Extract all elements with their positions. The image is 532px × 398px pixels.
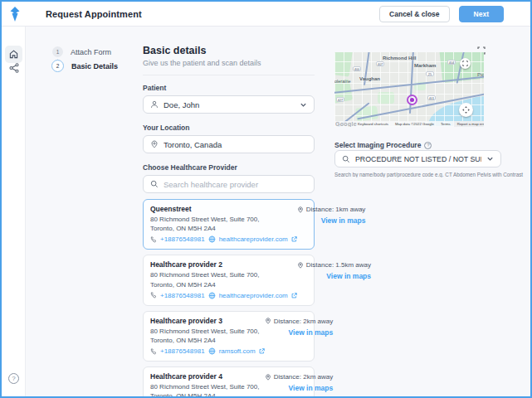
procedure-label: Select Imaging Procedure bbox=[334, 141, 421, 149]
share-icon[interactable] bbox=[9, 61, 19, 71]
map-road-shield: 400 bbox=[353, 66, 361, 71]
request-appointment-window: Request Appointment Cancel & close Next … bbox=[0, 0, 532, 398]
map-fullscreen-button[interactable] bbox=[460, 58, 471, 69]
map[interactable]: Richmond Hill Markham Vaughan Coleraine … bbox=[334, 52, 484, 127]
provider-name: Healthcare provider 2 bbox=[150, 260, 297, 269]
provider-info: Healthcare provider 2 80 Richmond Street… bbox=[150, 260, 297, 298]
section-subheading: Give us the patient and scan details bbox=[143, 59, 315, 67]
provider-search[interactable] bbox=[143, 175, 315, 193]
provider-phone-link[interactable]: +18876548981 bbox=[160, 347, 205, 355]
chevron-down-icon bbox=[300, 101, 307, 109]
map-road-shield: 407 bbox=[376, 61, 384, 66]
step-basic-details[interactable]: 2 Basic Details bbox=[52, 60, 118, 72]
globe-icon bbox=[208, 235, 216, 243]
provider-phone-link[interactable]: +18876548981 bbox=[160, 292, 205, 299]
provider-address-line1: 80 Richmond Street West, Suite 700, bbox=[150, 382, 265, 391]
view-in-maps-link[interactable]: View in maps bbox=[289, 384, 334, 392]
provider-phone-link[interactable]: +18876548981 bbox=[160, 235, 205, 243]
help-icon[interactable]: ? bbox=[8, 373, 19, 384]
location-input[interactable] bbox=[143, 135, 315, 153]
external-link-icon bbox=[259, 348, 265, 354]
section-heading: Basic details bbox=[143, 45, 315, 56]
step-1-dot: 1 bbox=[52, 46, 63, 57]
distance-pin-icon bbox=[265, 318, 271, 324]
patient-value[interactable] bbox=[164, 100, 295, 109]
map-label-pickering: Pic bbox=[477, 72, 484, 77]
expand-icon[interactable] bbox=[477, 43, 486, 51]
distance-pin-icon bbox=[265, 374, 271, 381]
provider-address-line2: Toronto, ON M5H 2A4 bbox=[150, 391, 265, 396]
phone-icon bbox=[150, 348, 157, 355]
map-label-markham: Markham bbox=[414, 63, 436, 68]
location-label: Your Location bbox=[143, 124, 315, 132]
provider-address-line2: Toronto, ON M5H 2A4 bbox=[150, 224, 297, 233]
provider-address-line1: 80 Richmond Street West, Suite 700, bbox=[150, 327, 265, 336]
map-terms-link[interactable]: Terms bbox=[437, 122, 454, 126]
provider-address-line1: 80 Richmond Street West, Suite 700, bbox=[150, 270, 297, 279]
map-report-error-link[interactable]: Report a map error bbox=[454, 121, 484, 127]
provider-website-link[interactable]: ramsoft.com bbox=[219, 347, 256, 355]
step-2-dot: 2 bbox=[51, 60, 64, 72]
provider-info: Healthcare provider 3 80 Richmond Street… bbox=[150, 317, 265, 355]
chevron-down-icon bbox=[486, 155, 494, 163]
map-data-label: Map data ©2022 Google bbox=[392, 122, 437, 126]
external-link-icon bbox=[291, 236, 297, 242]
map-label-vaughan: Vaughan bbox=[359, 76, 380, 81]
provider-info: Healthcare provider 4 80 Richmond Street… bbox=[150, 372, 265, 396]
procedure-helper-text: Search by name/body part/procedure code … bbox=[334, 172, 530, 177]
provider-website-link[interactable]: healthcareprovider.com bbox=[219, 235, 288, 243]
phone-icon bbox=[150, 236, 157, 243]
map-label-coleraine: Coleraine bbox=[334, 79, 351, 84]
cancel-close-button[interactable]: Cancel & close bbox=[379, 6, 449, 22]
location-value[interactable] bbox=[164, 140, 307, 149]
phone-icon bbox=[150, 292, 157, 298]
basic-details-form: Basic details Give us the patient and sc… bbox=[143, 45, 315, 396]
globe-icon bbox=[208, 292, 216, 299]
map-location-marker[interactable] bbox=[407, 95, 417, 105]
step-attach-form[interactable]: 1 Attach Form bbox=[52, 46, 118, 57]
page-title: Request Appointment bbox=[46, 9, 142, 19]
map-label-richmond-hill: Richmond Hill bbox=[383, 56, 416, 61]
search-icon bbox=[150, 180, 159, 188]
distance-pin-icon bbox=[297, 262, 304, 269]
provider-label: Choose Healthcare Provider bbox=[143, 163, 315, 172]
location-pin-icon bbox=[150, 140, 159, 148]
provider-name: Healthcare provider 4 bbox=[150, 372, 265, 381]
map-road-shield: 427 bbox=[336, 97, 344, 102]
provider-address-line2: Toronto, ON M5H 2A4 bbox=[150, 280, 297, 289]
provider-distance: Distance: 1.5km away bbox=[306, 261, 371, 269]
divider bbox=[143, 75, 315, 75]
provider-name: Queenstreet bbox=[150, 205, 297, 213]
next-button[interactable]: Next bbox=[459, 6, 504, 22]
map-pan-control[interactable] bbox=[459, 103, 473, 117]
procedure-select[interactable]: PROCEDURE NOT LISTED / NOT SURE? bbox=[334, 150, 501, 167]
provider-card[interactable]: Queenstreet 80 Richmond Street West, Sui… bbox=[143, 199, 315, 250]
provider-card[interactable]: Healthcare provider 4 80 Richmond Street… bbox=[143, 366, 315, 396]
google-logo: Google bbox=[335, 121, 357, 127]
map-attribution-bar: Keyboard shortcuts Map data ©2022 Google… bbox=[334, 121, 484, 127]
provider-address-line1: 80 Richmond Street West, Suite 700, bbox=[150, 215, 297, 224]
map-keyboard-shortcuts-link[interactable]: Keyboard shortcuts bbox=[354, 122, 392, 126]
left-sidebar: ? bbox=[2, 27, 26, 396]
top-bar: Request Appointment Cancel & close Next bbox=[2, 2, 530, 27]
procedure-info-icon[interactable]: ? bbox=[424, 142, 432, 149]
provider-website-link[interactable]: healthcareprovider.com bbox=[219, 292, 288, 299]
home-icon[interactable] bbox=[5, 46, 22, 63]
view-in-maps-link[interactable]: View in maps bbox=[321, 216, 366, 225]
view-in-maps-link[interactable]: View in maps bbox=[326, 272, 371, 280]
patient-select[interactable] bbox=[143, 95, 315, 114]
provider-card[interactable]: Healthcare provider 2 80 Richmond Street… bbox=[143, 255, 315, 305]
procedure-value: PROCEDURE NOT LISTED / NOT SURE? bbox=[355, 155, 481, 163]
globe-icon bbox=[208, 347, 216, 355]
provider-search-input[interactable] bbox=[164, 180, 307, 189]
provider-address-line2: Toronto, ON M5H 2A4 bbox=[150, 336, 265, 345]
map-road-shield: 404 bbox=[447, 60, 456, 65]
distance-pin-icon bbox=[297, 206, 304, 213]
provider-info: Queenstreet 80 Richmond Street West, Sui… bbox=[150, 205, 297, 243]
view-in-maps-link[interactable]: View in maps bbox=[289, 328, 334, 337]
person-icon bbox=[150, 100, 159, 109]
stepper: 1 Attach Form 2 Basic Details bbox=[52, 46, 118, 72]
main-content: 1 Attach Form 2 Basic Details Basic deta… bbox=[26, 27, 530, 396]
provider-card[interactable]: Healthcare provider 3 80 Richmond Street… bbox=[143, 311, 315, 362]
provider-distance: Distance: 2km away bbox=[274, 318, 334, 325]
